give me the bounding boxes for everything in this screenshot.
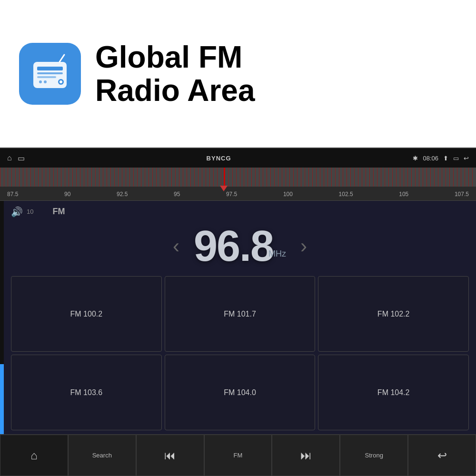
brand-label: BYNCG: [207, 155, 231, 162]
volume-level: 10: [27, 208, 33, 215]
preset-button-4[interactable]: FM 103.6: [11, 355, 162, 430]
side-volume-fill: [0, 364, 4, 434]
preset-button-3[interactable]: FM 102.2: [318, 276, 469, 352]
app-header: Global FM Radio Area: [0, 0, 476, 148]
fm-band-label: FM: [52, 207, 65, 217]
ruler-label-925: 92.5: [117, 191, 128, 198]
svg-rect-3: [37, 76, 56, 78]
ruler-stripes: [0, 168, 476, 187]
bottom-toolbar: ⌂ Search ⏮ FM ⏭ Strong ↩: [0, 434, 476, 476]
bluetooth-icon: ✱: [413, 155, 418, 162]
next-button[interactable]: ⏭: [272, 435, 340, 476]
ruler-label-100: 100: [283, 191, 293, 198]
ruler-label-875: 87.5: [7, 191, 18, 198]
app-icon: [19, 43, 81, 105]
volume-icon: 🔊: [11, 206, 23, 218]
ruler-red-line: [224, 168, 225, 187]
svg-rect-2: [37, 72, 63, 74]
ruler-label-105: 105: [399, 191, 408, 198]
fm-button[interactable]: FM: [204, 435, 272, 476]
time-display: 08:06: [423, 155, 438, 162]
home-icon: ⌂: [30, 449, 38, 462]
ruler-label-95: 95: [174, 191, 180, 198]
preset-button-1[interactable]: FM 100.2: [11, 276, 162, 352]
home-button[interactable]: ⌂: [0, 435, 68, 476]
ruler-labels: 87.5 90 92.5 95 97.5 100 102.5 105 107.5: [0, 187, 476, 201]
search-button[interactable]: Search: [68, 435, 136, 476]
side-volume-bar[interactable]: [0, 201, 4, 434]
ruler-label-1075: 107.5: [455, 191, 469, 198]
home-status-icon: ⌂: [7, 154, 12, 162]
back-icon: ↩: [437, 449, 447, 462]
presets-grid: FM 100.2 FM 101.7 FM 102.2 FM 103.6 FM 1…: [4, 272, 476, 434]
svg-line-4: [60, 55, 64, 62]
frequency-unit: MHz: [268, 249, 286, 268]
next-icon: ⏭: [300, 449, 312, 462]
frequency-value: 96.8: [194, 225, 273, 268]
bus-status-icon: ▭: [18, 154, 25, 163]
preset-button-2[interactable]: FM 101.7: [165, 276, 316, 352]
svg-point-7: [39, 80, 42, 83]
ruler-label-90: 90: [64, 191, 70, 198]
next-frequency-button[interactable]: ›: [300, 236, 307, 256]
status-bar: ⌂ ▭ BYNCG ✱ 08:06 ⬆ ▭ ↩: [0, 149, 476, 168]
back-status-icon: ↩: [464, 155, 469, 162]
radio-main-wrapper: 🔊 10 FM ‹ 96.8 MHz › FM 100.2 FM 101.7 F…: [0, 201, 476, 434]
svg-point-8: [44, 80, 47, 83]
strong-label: Strong: [365, 452, 383, 459]
ruler-label-975: 97.5: [226, 191, 237, 198]
search-label: Search: [92, 452, 112, 459]
prev-button[interactable]: ⏮: [136, 435, 204, 476]
arrows-icon: ⬆: [443, 155, 448, 162]
preset-button-5[interactable]: FM 104.0: [165, 355, 316, 430]
app-title: Global FM Radio Area: [95, 40, 255, 108]
status-right-icons: ✱ 08:06 ⬆ ▭ ↩: [413, 155, 469, 162]
strong-button[interactable]: Strong: [340, 435, 408, 476]
device-screen: ⌂ ▭ BYNCG ✱ 08:06 ⬆ ▭ ↩ 87.5 90 92.5 95 …: [0, 148, 476, 476]
prev-frequency-button[interactable]: ‹: [173, 236, 179, 256]
ruler-indicator: [220, 186, 228, 191]
status-left-icons: ⌂ ▭: [7, 154, 25, 163]
radio-main: 🔊 10 FM ‹ 96.8 MHz › FM 100.2 FM 101.7 F…: [4, 201, 476, 434]
svg-rect-1: [37, 67, 63, 70]
back-button[interactable]: ↩: [408, 435, 476, 476]
preset-button-6[interactable]: FM 104.2: [318, 355, 469, 430]
ruler-label-1025: 102.5: [339, 191, 353, 198]
frequency-display: ‹ 96.8 MHz ›: [4, 222, 476, 272]
screen-icon: ▭: [453, 155, 459, 162]
svg-point-6: [60, 80, 62, 83]
frequency-ruler[interactable]: 87.5 90 92.5 95 97.5 100 102.5 105 107.5: [0, 168, 476, 201]
prev-icon: ⏮: [164, 449, 176, 462]
radio-top-row: 🔊 10 FM: [4, 201, 476, 222]
fm-toolbar-label: FM: [234, 452, 243, 459]
